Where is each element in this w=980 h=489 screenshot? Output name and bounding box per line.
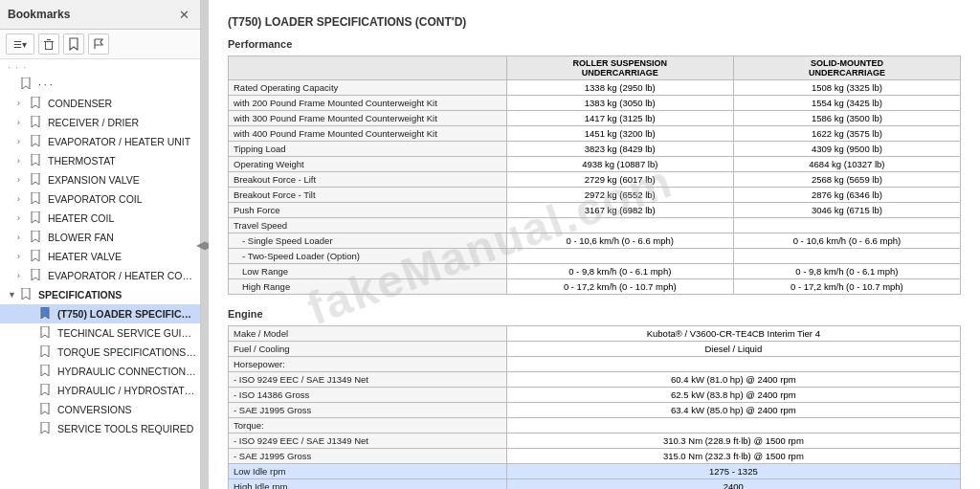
table-cell: High Range (229, 279, 507, 295)
table-cell: 4309 kg (9500 lb) (733, 142, 960, 157)
bookmark-icon (31, 192, 44, 206)
table-cell: Tipping Load (229, 142, 507, 157)
bookmark-label: EXPANSION VALVE (48, 174, 140, 186)
bookmark-icon (40, 422, 54, 435)
table-cell (733, 218, 960, 233)
doc-title: (T750) LOADER SPECIFICATIONS (CONT'D) (228, 15, 961, 29)
chevron-icon: › (17, 156, 31, 166)
table-cell: 4938 kg (10887 lb) (506, 157, 733, 172)
bookmark-icon (31, 154, 44, 167)
table-cell: 0 - 9,8 km/h (0 - 6.1 mph) (733, 264, 960, 279)
performance-table: ROLLER SUSPENSIONUNDERCARRIAGE SOLID-MOU… (228, 56, 961, 295)
table-cell: 1383 kg (3050 lb) (506, 96, 733, 111)
bookmark-item-receiver[interactable]: ›RECEIVER / DRIER (0, 113, 200, 132)
bookmarks-header: Bookmarks ✕ (0, 0, 200, 30)
table-cell: 3823 kg (8429 lb) (506, 142, 733, 157)
bookmark-item-specifications[interactable]: ▼SPECIFICATIONS (0, 285, 200, 304)
chevron-icon: › (17, 99, 31, 108)
close-icon[interactable]: ✕ (175, 6, 192, 23)
bookmark-item-expansion[interactable]: ›EXPANSION VALVE (0, 170, 200, 189)
table-cell: - SAE J1995 Gross (229, 449, 507, 464)
bookmark-item-heater-coil[interactable]: ›HEATER COIL (0, 209, 200, 228)
flag-button[interactable] (88, 33, 109, 55)
delete-button[interactable] (38, 33, 59, 55)
bookmark-label: EVAPORATOR / HEATER UNIT (48, 136, 190, 147)
bookmark-label: RECEIVER / DRIER (48, 117, 139, 128)
table-cell: 1586 kg (3500 lb) (733, 111, 960, 126)
table-cell: 0 - 10,6 km/h (0 - 6.6 mph) (506, 233, 733, 249)
table-cell: Rated Operating Capacity (229, 80, 507, 96)
bookmark-label: TORQUE SPECIFICATIONS FOR BOLTS (57, 346, 196, 358)
bookmark-label: CONDENSER (48, 98, 112, 109)
table-cell: 1275 - 1325 (506, 464, 960, 479)
perf-col-roller: ROLLER SUSPENSIONUNDERCARRIAGE (506, 56, 733, 80)
content-panel: (T750) LOADER SPECIFICATIONS (CONT'D) Pe… (209, 0, 980, 489)
bookmark-icon (40, 384, 54, 397)
bookmark-item-hydraulic-conn[interactable]: HYDRAULIC CONNECTION SPECIFICATIONS (0, 362, 200, 381)
table-cell: 62.5 kW (83.8 hp) @ 2400 rpm (506, 388, 960, 403)
bookmark-add-button[interactable] (63, 33, 84, 55)
bookmark-item-heater-valve[interactable]: ›HEATER VALVE (0, 247, 200, 266)
bookmark-icon (40, 403, 54, 416)
bookmark-item-evap-heater-unit[interactable]: ›EVAPORATOR / HEATER UNIT (0, 132, 200, 151)
bookmark-item-t750-loader[interactable]: (T750) LOADER SPECIFICATIONS (0, 304, 200, 323)
svg-rect-2 (45, 42, 46, 49)
bookmark-item-blower-fan[interactable]: ›BLOWER FAN (0, 228, 200, 247)
bookmark-label: HEATER VALVE (48, 251, 122, 262)
bookmark-icon (40, 345, 54, 359)
options-dropdown-button[interactable]: ☰▾ (6, 33, 34, 55)
chevron-icon: › (17, 213, 31, 223)
bookmark-label: (T750) LOADER SPECIFICATIONS (57, 308, 196, 320)
bookmark-item-evap-heater-cover[interactable]: ›EVAPORATOR / HEATER COVER (0, 266, 200, 285)
bookmark-item-torque-bolts[interactable]: TORQUE SPECIFICATIONS FOR BOLTS (0, 343, 200, 362)
table-cell: with 300 Pound Frame Mounted Counterweig… (229, 111, 507, 126)
bookmark-item-thermostat[interactable]: ›THERMOSTAT (0, 151, 200, 170)
chevron-icon: › (17, 118, 31, 127)
table-cell (506, 418, 960, 433)
flag-icon (93, 38, 104, 50)
table-cell: Diesel / Liquid (506, 342, 960, 357)
table-cell: - Two-Speed Loader (Option) (229, 249, 507, 264)
bookmark-list: · · · · · ·›CONDENSER›RECEIVER / DRIER›E… (0, 59, 200, 489)
table-cell: 1508 kg (3325 lb) (733, 80, 960, 96)
bookmark-item-hydraulic-fluid[interactable]: HYDRAULIC / HYDROSTATIC FLUID SPECIFICAT… (0, 381, 200, 400)
svg-rect-1 (47, 39, 51, 40)
bookmark-item-evap-coil[interactable]: ›EVAPORATOR COIL (0, 189, 200, 209)
table-cell: 1451 kg (3200 lb) (506, 126, 733, 142)
bookmark-icon (31, 173, 44, 187)
bookmark-item-dots1[interactable]: · · · (0, 75, 200, 94)
bookmark-icon (31, 211, 44, 225)
table-cell: 63.4 kW (85.0 hp) @ 2400 rpm (506, 403, 960, 418)
table-cell: 3046 kg (6715 lb) (733, 203, 960, 218)
bookmark-label: EVAPORATOR COIL (48, 193, 143, 205)
bookmark-icon (68, 37, 79, 51)
table-cell (506, 249, 733, 264)
bookmark-label: THERMOSTAT (48, 155, 116, 167)
table-cell: - ISO 9249 EEC / SAE J1349 Net (229, 433, 507, 449)
panel-splitter[interactable]: ◀▶ (201, 0, 209, 489)
perf-col-solid: SOLID-MOUNTEDUNDERCARRIAGE (733, 56, 960, 80)
table-cell: 1417 kg (3125 lb) (506, 111, 733, 126)
bookmark-item-service-tools[interactable]: SERVICE TOOLS REQUIRED (0, 419, 200, 438)
bookmarks-panel: Bookmarks ✕ ☰▾ · · · (0, 0, 201, 489)
bookmark-label: HYDRAULIC CONNECTION SPECIFICATIONS (57, 366, 196, 377)
table-cell: Horsepower: (229, 357, 507, 372)
bookmark-label: EVAPORATOR / HEATER COVER (48, 270, 196, 281)
bookmark-label: CONVERSIONS (57, 404, 132, 415)
table-cell: 0 - 10,6 km/h (0 - 6.6 mph) (733, 233, 960, 249)
table-cell: 3167 kg (6982 lb) (506, 203, 733, 218)
engine-section-title: Engine (228, 308, 961, 320)
bookmark-icon (31, 250, 44, 263)
chevron-icon: › (17, 271, 31, 280)
bookmark-item-condenser[interactable]: ›CONDENSER (0, 94, 200, 113)
bookmark-icon (40, 326, 54, 340)
bookmark-label: TECHINCAL SERVICE GUIDE SPECIFICATIONS (57, 327, 196, 339)
table-cell: with 400 Pound Frame Mounted Counterweig… (229, 126, 507, 142)
bookmark-item-tech-service[interactable]: TECHINCAL SERVICE GUIDE SPECIFICATIONS (0, 323, 200, 343)
engine-table: Make / ModelKubota® / V3600-CR-TE4CB Int… (228, 325, 961, 489)
table-cell: 2876 kg (6346 lb) (733, 188, 960, 203)
bookmark-item-conversions[interactable]: CONVERSIONS (0, 400, 200, 419)
chevron-icon: › (17, 252, 31, 261)
perf-col-label (229, 56, 507, 80)
bookmark-icon (21, 78, 34, 91)
